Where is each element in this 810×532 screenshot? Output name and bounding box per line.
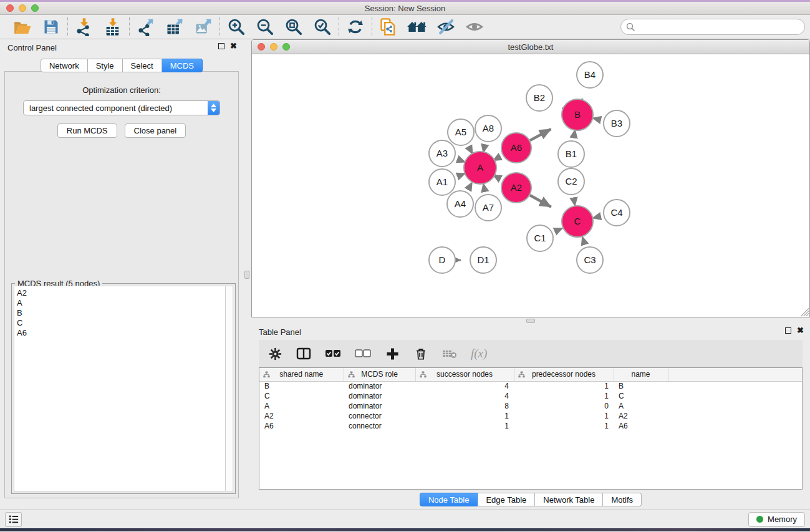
table-row[interactable]: Adominator80A <box>259 401 802 411</box>
network-graph[interactable]: B4B2BB3A5A8A6A3B1AC2A1A2A4A7C4CC1C3DD1 <box>252 54 809 317</box>
tab-network-table[interactable]: Network Table <box>535 493 603 506</box>
close-panel-icon[interactable]: ✖ <box>797 327 804 334</box>
mcds-result-list[interactable]: A2ABCA6 <box>14 286 225 491</box>
network-window-titlebar[interactable]: testGlobe.txt <box>252 40 809 54</box>
memory-button[interactable]: Memory <box>748 512 805 527</box>
column-header-predecessor-nodes[interactable]: predecessor nodes <box>514 368 614 381</box>
table-cell[interactable]: 4 <box>415 391 514 401</box>
tab-style[interactable]: Style <box>88 59 123 72</box>
result-item[interactable]: A <box>17 298 225 308</box>
table-cell[interactable]: dominator <box>344 401 415 411</box>
table-cell[interactable]: connector <box>344 421 415 431</box>
graph-node-label-C4: C4 <box>610 207 622 218</box>
export-table-icon[interactable] <box>164 17 185 37</box>
horizontal-splitter[interactable] <box>251 317 810 324</box>
create-network-from-selection-icon[interactable] <box>378 17 399 37</box>
open-file-icon[interactable] <box>12 17 33 37</box>
splitter-grip[interactable] <box>244 271 249 279</box>
export-image-icon[interactable] <box>193 17 214 37</box>
graph-node-label-A: A <box>477 162 483 173</box>
delete-table-icon[interactable] <box>442 345 457 362</box>
show-graphics-details-icon[interactable] <box>464 17 485 37</box>
table-options-gear-icon[interactable] <box>268 345 282 362</box>
zoom-out-icon[interactable] <box>254 17 276 37</box>
vertical-splitter[interactable] <box>243 39 251 510</box>
result-item[interactable]: B <box>17 308 225 318</box>
refresh-view-icon[interactable] <box>345 17 366 37</box>
table-cell[interactable]: 1 <box>514 391 614 401</box>
table-cell[interactable]: C <box>259 391 344 401</box>
show-column-icon[interactable] <box>296 345 311 362</box>
add-column-icon[interactable] <box>385 345 400 362</box>
table-row[interactable]: A6connector11A6 <box>259 421 802 431</box>
search-input[interactable] <box>620 19 805 35</box>
save-session-icon[interactable] <box>41 17 62 37</box>
close-panel-icon[interactable]: ✖ <box>230 43 237 49</box>
node-table[interactable]: shared nameMCDS rolesuccessor nodesprede… <box>259 367 803 490</box>
table-cell[interactable]: 1 <box>514 381 614 391</box>
table-row[interactable]: Bdominator41B <box>259 381 802 391</box>
zoom-selected-icon[interactable] <box>312 17 333 37</box>
table-cell[interactable]: 1 <box>514 411 614 421</box>
table-cell[interactable]: 8 <box>415 401 514 411</box>
result-item[interactable]: A2 <box>17 288 225 298</box>
zoom-fit-content-icon[interactable] <box>283 17 304 37</box>
column-header-name[interactable]: name <box>614 368 668 381</box>
window-resize-grip[interactable] <box>801 308 809 316</box>
export-network-icon[interactable] <box>135 17 157 37</box>
import-table-icon[interactable] <box>102 17 123 37</box>
table-cell[interactable]: dominator <box>344 391 415 401</box>
table-cell-empty <box>668 391 802 401</box>
column-header-successor-nodes[interactable]: successor nodes <box>415 368 514 381</box>
table-cell[interactable]: 1 <box>415 411 514 421</box>
table-cell[interactable]: connector <box>344 411 415 421</box>
table-cell[interactable]: A <box>614 401 668 411</box>
app-titlebar: Session: New Session <box>0 2 810 15</box>
splitter-grip[interactable] <box>526 319 535 323</box>
result-scrollbar[interactable] <box>225 286 233 491</box>
result-item[interactable]: A6 <box>17 328 225 338</box>
table-cell[interactable]: 0 <box>514 401 614 411</box>
tab-edge-table[interactable]: Edge Table <box>478 493 535 506</box>
tab-node-table[interactable]: Node Table <box>420 493 478 506</box>
table-cell[interactable]: 1 <box>514 421 614 431</box>
unselect-all-columns-icon[interactable] <box>355 345 371 362</box>
table-cell[interactable]: A2 <box>259 411 344 421</box>
table-cell[interactable]: dominator <box>344 381 415 391</box>
table-cell-empty <box>668 421 802 431</box>
result-item[interactable]: C <box>17 318 225 328</box>
zoom-in-icon[interactable] <box>226 17 247 37</box>
table-row[interactable]: Cdominator41C <box>259 391 802 401</box>
tab-motifs[interactable]: Motifs <box>603 493 642 506</box>
graph-edge-A2-C[interactable] <box>530 195 551 207</box>
run-mcds-button[interactable]: Run MCDS <box>57 123 117 138</box>
table-cell[interactable]: A2 <box>614 411 668 421</box>
delete-columns-icon[interactable] <box>413 345 428 362</box>
table-cell[interactable]: 4 <box>415 381 514 391</box>
table-cell[interactable]: B <box>614 381 668 391</box>
tab-mcds[interactable]: MCDS <box>162 59 203 72</box>
float-panel-icon[interactable] <box>785 327 791 334</box>
close-panel-button[interactable]: Close panel <box>125 123 186 138</box>
select-all-columns-icon[interactable] <box>325 345 341 362</box>
table-cell[interactable]: A <box>259 401 344 411</box>
table-cell[interactable]: A6 <box>259 421 344 431</box>
table-cell[interactable]: C <box>614 391 668 401</box>
float-panel-icon[interactable] <box>218 43 224 49</box>
criterion-select[interactable]: largest connected component (directed) <box>23 100 220 115</box>
table-row[interactable]: A2connector11A2 <box>259 411 802 421</box>
import-network-icon[interactable] <box>74 17 95 37</box>
tab-network[interactable]: Network <box>41 59 88 72</box>
first-neighbors-icon[interactable] <box>407 17 428 37</box>
column-header-MCDS-role[interactable]: MCDS role <box>344 368 415 381</box>
function-builder-icon[interactable]: f(x) <box>471 345 487 362</box>
table-cell[interactable]: B <box>259 381 344 391</box>
table-cell[interactable]: 1 <box>415 421 514 431</box>
tab-select[interactable]: Select <box>123 59 162 72</box>
column-header-shared-name[interactable]: shared name <box>259 368 344 381</box>
table-cell[interactable]: A6 <box>614 421 668 431</box>
show-panels-list-button[interactable] <box>5 512 22 527</box>
graph-edge-A6-B[interactable] <box>530 129 551 140</box>
network-canvas[interactable]: B4B2BB3A5A8A6A3B1AC2A1A2A4A7C4CC1C3DD1 <box>252 54 809 317</box>
hide-graphics-details-icon[interactable] <box>435 17 456 37</box>
